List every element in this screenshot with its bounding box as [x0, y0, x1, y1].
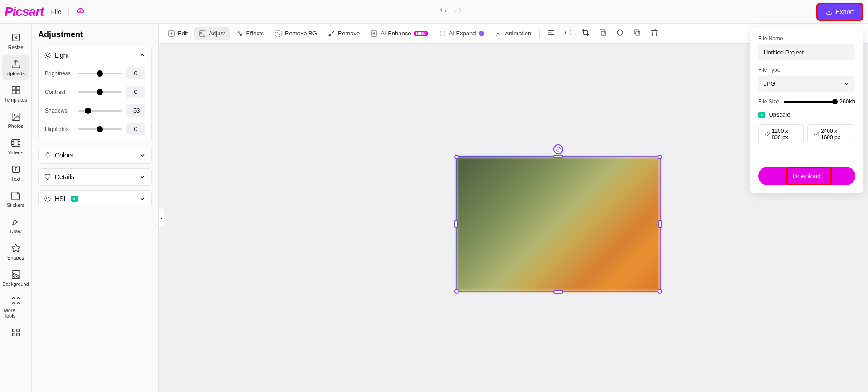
ai-enhance-action[interactable]: AI Enhance NEW [366, 27, 432, 40]
ai-expand-action[interactable]: AI Expand [434, 27, 489, 40]
svg-point-13 [12, 298, 14, 299]
opacity-button[interactable] [612, 25, 628, 42]
rail-resize[interactable]: Resize [2, 29, 29, 54]
rail-more-tools[interactable]: More Tools [2, 292, 29, 322]
flip-button[interactable] [561, 25, 576, 42]
rail-videos[interactable]: Videos [2, 134, 29, 159]
layer-button[interactable] [595, 25, 610, 42]
upscale-x2[interactable]: x2 1200 x 800 px [758, 124, 804, 144]
download-button[interactable]: Download [758, 167, 855, 185]
crop-button[interactable] [578, 25, 593, 42]
contrast-slider[interactable] [78, 91, 122, 93]
svg-point-22 [45, 196, 50, 201]
contrast-value[interactable]: 0 [126, 86, 145, 98]
highlights-label: Highlights [45, 126, 73, 132]
highlights-value[interactable]: 0 [126, 123, 145, 135]
brightness-value[interactable]: 0 [126, 67, 145, 79]
image-selection[interactable] [456, 156, 661, 292]
shadows-label: Shadows [45, 108, 73, 114]
resize-handle-br[interactable] [658, 289, 662, 294]
resize-handle-tl[interactable] [454, 155, 459, 159]
rail-stickers[interactable]: Stickers [2, 187, 29, 211]
shadows-slider[interactable] [78, 110, 122, 112]
file-type-select[interactable]: JPG [758, 76, 855, 92]
effects-action[interactable]: Effects [232, 27, 269, 40]
align-button[interactable] [543, 25, 559, 42]
contrast-row: Contrast 0 [45, 86, 145, 98]
file-size-slider[interactable] [784, 101, 835, 103]
remove-bg-action[interactable]: Remove BG [270, 27, 322, 40]
remove-action[interactable]: Remove [323, 27, 364, 40]
svg-rect-17 [12, 329, 15, 332]
remove-bg-icon [275, 30, 282, 37]
resize-handle-ml[interactable] [454, 220, 458, 228]
rail-label: Draw [10, 229, 22, 234]
details-section: Details [38, 168, 152, 186]
edit-action[interactable]: Edit [163, 27, 192, 40]
export-panel: File Name File Type JPG File Size 260kb … [750, 27, 863, 193]
rail-text[interactable]: Text [2, 161, 29, 185]
resize-handle-tr[interactable] [658, 155, 662, 159]
light-header[interactable]: Light [39, 47, 151, 64]
selected-image [457, 157, 660, 291]
remove-bg-label: Remove BG [285, 30, 317, 37]
collapse-panel-tab[interactable] [159, 208, 164, 228]
redo-button[interactable] [454, 7, 463, 17]
rotate-handle[interactable] [553, 144, 563, 154]
brand-logo[interactable]: Picsart [5, 5, 44, 19]
duplicate-button[interactable] [629, 25, 645, 42]
file-menu[interactable]: File [51, 8, 61, 15]
rail-photos[interactable]: Photos [2, 108, 29, 132]
pro-badge: ● [758, 112, 765, 118]
chevron-down-icon [139, 195, 146, 202]
eraser-icon [328, 30, 335, 37]
file-name-input[interactable] [758, 44, 855, 60]
brightness-slider[interactable] [78, 73, 122, 74]
resize-handle-mt[interactable] [553, 155, 563, 158]
undo-button[interactable] [439, 7, 447, 17]
cloud-sync-icon[interactable] [76, 6, 85, 17]
animation-action[interactable]: Animation [491, 27, 536, 40]
svg-rect-9 [11, 140, 20, 147]
resize-handle-bl[interactable] [454, 289, 459, 294]
svg-point-16 [17, 303, 19, 304]
rail-templates[interactable]: Templates [2, 82, 29, 106]
resize-handle-mb[interactable] [553, 290, 563, 294]
colors-label: Colors [55, 152, 73, 159]
colors-header[interactable]: Colors [39, 147, 151, 163]
divider [68, 8, 69, 16]
svg-point-25 [49, 199, 49, 199]
rail-draw[interactable]: Draw [2, 213, 29, 238]
chevron-up-icon [139, 52, 146, 59]
upscale-x4[interactable]: x4 2400 x 1600 px [807, 124, 855, 144]
svg-rect-35 [636, 31, 640, 35]
droplet-icon [44, 152, 51, 159]
delete-button[interactable] [647, 25, 662, 42]
highlights-slider[interactable] [78, 128, 122, 130]
light-body: Brightness 0 Contrast 0 Shadows -53 High… [39, 64, 151, 142]
details-header[interactable]: Details [39, 169, 151, 185]
adjust-action[interactable]: Adjust [194, 27, 229, 40]
resize-handle-mr[interactable] [658, 220, 662, 228]
sparkle-icon [371, 30, 378, 37]
file-size-value: 260kb [839, 98, 855, 105]
effects-label: Effects [246, 30, 264, 37]
svg-rect-19 [12, 333, 15, 336]
rail-label: Shapes [7, 255, 24, 260]
rail-shapes[interactable]: Shapes [2, 240, 29, 264]
hsl-header[interactable]: HSL ● [39, 191, 151, 207]
ai-badge [479, 31, 484, 36]
file-size-label: File Size [758, 98, 779, 105]
main-layout: Resize Uploads Templates Photos Videos T… [0, 24, 868, 392]
rail-apps[interactable] [2, 324, 29, 341]
rail-uploads[interactable]: Uploads [2, 55, 29, 80]
svg-point-23 [46, 198, 47, 198]
edit-label: Edit [178, 30, 188, 37]
upscale-row: ● Upscale [758, 111, 855, 118]
export-button[interactable]: Export [816, 3, 863, 21]
rail-label: Background [2, 281, 29, 287]
rail-label: Photos [8, 123, 23, 129]
top-bar: Picsart File Export [0, 0, 868, 24]
shadows-value[interactable]: -53 [126, 104, 145, 117]
rail-background[interactable]: Background [2, 266, 29, 290]
